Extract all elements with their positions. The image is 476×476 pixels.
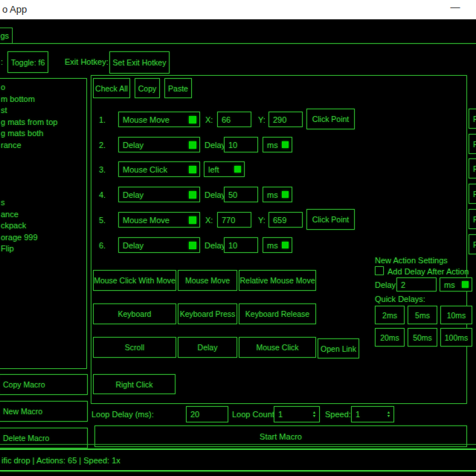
dropdown-indicator-icon [282, 242, 289, 248]
loop-count-value: 1 [278, 410, 283, 419]
macro-list-item[interactable]: o [1, 82, 86, 94]
dropdown-indicator-icon [189, 141, 196, 149]
macro-list-item[interactable]: Flip [1, 243, 86, 255]
remove-action-button[interactable]: R [469, 134, 476, 154]
x-coordinate-input[interactable]: 770 [217, 212, 251, 228]
macro-list-item[interactable] [1, 186, 86, 198]
copy-macro-button[interactable]: Copy Macro [0, 374, 88, 395]
new-action-delay-input[interactable]: 2 [396, 277, 437, 292]
add-keyboard-press-button[interactable]: Keyboard Press [178, 303, 237, 324]
mouse-button-dropdown[interactable]: left [204, 161, 245, 177]
action-row-number: 4. [99, 190, 106, 199]
quick-delay-10ms-button[interactable]: 10ms [440, 306, 472, 324]
quick-delay-2ms-button[interactable]: 2ms [375, 306, 405, 324]
add-mouse-click-with-move-button[interactable]: Mouse Click With Move [93, 270, 176, 291]
y-coordinate-input[interactable]: 290 [268, 112, 303, 127]
remove-action-button[interactable]: R [469, 158, 476, 178]
remove-action-button[interactable]: R [469, 109, 476, 129]
toggle-hotkey-label: : [1, 57, 3, 66]
paste-button[interactable]: Paste [164, 78, 192, 98]
action-type-dropdown[interactable]: Mouse Move [118, 112, 200, 127]
add-keyboard-button[interactable]: Keyboard [93, 303, 176, 324]
dropdown-indicator-icon [189, 166, 196, 173]
macro-list-item[interactable]: st [1, 105, 86, 117]
x-coordinate-input[interactable]: 66 [217, 112, 251, 127]
y-label: Y: [258, 115, 266, 124]
spinner-arrows-icon[interactable]: ▴▾ [313, 411, 318, 418]
macro-list-item[interactable] [1, 151, 86, 163]
set-exit-hotkey-button[interactable]: Set Exit Hotkey [109, 51, 170, 74]
quick-delay-50ms-button[interactable]: 50ms [408, 328, 437, 347]
dropdown-indicator-icon [462, 281, 469, 288]
dropdown-indicator-icon [282, 141, 289, 148]
add-mouse-move-button[interactable]: Mouse Move [178, 270, 237, 291]
exit-hotkey-label: Exit Hotkey: [65, 57, 109, 66]
macro-list-item[interactable]: m bottom [1, 94, 86, 106]
add-open-link-button[interactable]: Open Link [318, 338, 359, 358]
action-type-dropdown[interactable]: Delay [118, 137, 200, 152]
delay-value-input[interactable]: 10 [224, 237, 258, 253]
dropdown-indicator-icon [234, 166, 241, 173]
delay-unit-dropdown[interactable]: ms [263, 137, 292, 152]
new-macro-button[interactable]: New Macro [0, 401, 88, 422]
click-point-button[interactable]: Click Point [306, 109, 355, 129]
action-type-dropdown[interactable]: Mouse Move [118, 212, 200, 228]
quick-delay-20ms-button[interactable]: 20ms [375, 328, 405, 347]
minimize-icon[interactable]: — [446, 1, 464, 13]
macro-list-item[interactable]: g mats from top [1, 117, 86, 129]
loop-count-stepper[interactable]: 1 ▴▾ [274, 406, 320, 422]
new-action-unit-dropdown[interactable]: ms [440, 277, 472, 292]
add-mouse-click-button[interactable]: Mouse Click [239, 337, 316, 358]
macro-list-item[interactable]: ance [1, 209, 86, 221]
action-type-dropdown[interactable]: Mouse Click [118, 161, 200, 177]
macro-list-item[interactable] [1, 174, 86, 186]
add-delay-after-action-label: Add Delay After Action [387, 267, 469, 276]
loop-delay-input[interactable]: 20 [186, 406, 228, 422]
action-type-dropdown[interactable]: Delay [118, 237, 200, 253]
add-delay-after-action-checkbox[interactable] [375, 266, 384, 275]
action-type-value: Mouse Move [123, 115, 170, 124]
loop-count-label: Loop Count: [232, 410, 277, 419]
mouse-button-value: left [208, 165, 219, 174]
add-scroll-button[interactable]: Scroll [93, 337, 176, 358]
action-type-value: Delay [123, 190, 144, 199]
delay-unit-dropdown[interactable]: ms [263, 237, 292, 253]
add-relative-mouse-move-button[interactable]: Relative Mouse Move [239, 270, 316, 291]
add-delay-button[interactable]: Delay [178, 337, 237, 358]
check-all-button[interactable]: Check All [93, 78, 130, 98]
remove-action-button[interactable]: R [469, 209, 476, 229]
speed-stepper[interactable]: 1 ▴▾ [351, 406, 394, 422]
add-keyboard-release-button[interactable]: Keyboard Release [239, 303, 316, 324]
macro-list-item[interactable]: s [1, 197, 86, 209]
new-action-delay-label: Delay: [375, 280, 398, 289]
delay-unit-dropdown[interactable]: ms [263, 187, 292, 202]
click-point-button[interactable]: Click Point [306, 209, 355, 230]
quick-delay-5ms-button[interactable]: 5ms [408, 306, 437, 324]
macro-list[interactable]: o m bottom st g mats from top g mats bot… [0, 78, 87, 369]
copy-button[interactable]: Copy [135, 78, 160, 98]
action-type-dropdown[interactable]: Delay [118, 187, 200, 202]
x-label: X: [205, 216, 213, 225]
delete-macro-button[interactable]: Delete Macro [0, 428, 88, 448]
macro-list-item[interactable] [1, 163, 86, 175]
new-action-unit-value: ms [444, 280, 455, 289]
spinner-arrows-icon[interactable]: ▴▾ [387, 411, 392, 418]
add-right-click-button[interactable]: Right Click [93, 374, 176, 394]
remove-action-button[interactable]: R [469, 184, 476, 204]
quick-delay-100ms-button[interactable]: 100ms [440, 328, 472, 347]
delay-unit-value: ms [267, 141, 278, 149]
action-row-number: 3. [99, 165, 106, 174]
y-coordinate-input[interactable]: 659 [268, 212, 303, 228]
tab-settings[interactable]: gs [0, 28, 13, 44]
toggle-hotkey-button[interactable]: Toggle: f6 [7, 51, 48, 73]
dropdown-indicator-icon [282, 191, 289, 198]
macro-list-item[interactable]: g mats both [1, 128, 86, 140]
macro-list-item[interactable]: ckpack [1, 220, 86, 232]
macro-list-item[interactable]: rance [1, 140, 86, 152]
action-row-number: 1. [99, 115, 106, 124]
delay-value-input[interactable]: 50 [224, 187, 258, 202]
delay-value-input[interactable]: 10 [224, 137, 258, 152]
macro-list-item[interactable]: orage 999 [1, 232, 86, 244]
x-label: X: [205, 115, 213, 124]
remove-action-button[interactable]: R [469, 234, 476, 254]
